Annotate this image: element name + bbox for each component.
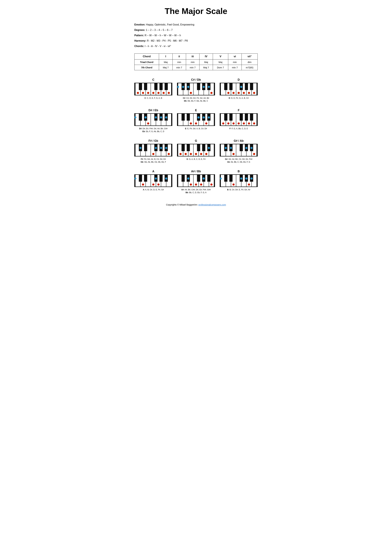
svg-point-32 [210, 92, 213, 94]
svg-rect-10 [159, 83, 163, 90]
svg-rect-196 [207, 175, 211, 182]
svg-point-125 [168, 153, 170, 155]
pattern-label: Pattern: [134, 34, 144, 37]
svg-point-126 [139, 147, 142, 149]
svg-rect-140 [202, 144, 205, 151]
svg-point-72 [160, 117, 162, 118]
svg-point-73 [165, 117, 167, 118]
piano-title: C [152, 78, 154, 81]
svg-point-124 [152, 153, 154, 155]
svg-rect-192 [182, 175, 185, 182]
svg-point-148 [208, 147, 210, 149]
svg-point-91 [203, 117, 205, 118]
svg-point-12 [137, 92, 139, 94]
svg-rect-158 [240, 144, 243, 151]
svg-point-217 [240, 177, 242, 180]
piano-title: D# / Eb [149, 109, 158, 112]
svg-rect-28 [197, 83, 200, 90]
svg-point-34 [187, 86, 189, 88]
copyright-link[interactable]: professionalcomposers.com [198, 204, 226, 206]
svg-point-143 [185, 153, 187, 155]
emotion-label: Emotion: [134, 23, 145, 26]
svg-point-71 [155, 117, 157, 118]
svg-rect-46 [229, 83, 233, 90]
svg-point-163 [225, 147, 227, 149]
svg-point-90 [198, 117, 200, 118]
piano-title: F [238, 109, 240, 112]
svg-rect-49 [250, 83, 253, 90]
svg-point-52 [238, 92, 240, 94]
copyright: Copyrights © Mikael Baggström: professio… [134, 204, 258, 206]
svg-point-129 [165, 147, 167, 149]
svg-point-218 [245, 177, 247, 180]
piano-cell: AA: A, B, C#, D, E, F#, G# [134, 170, 172, 194]
svg-rect-211 [229, 175, 233, 182]
piano-title: F# / Gb [149, 139, 158, 143]
piano-cell: EE: E, F#, G#, A, B, C#, D# [177, 109, 215, 133]
svg-rect-11 [165, 83, 168, 90]
svg-rect-7 [139, 83, 142, 90]
svg-point-109 [243, 123, 245, 124]
chords-label: Chords: [134, 45, 144, 47]
piano-cell: BB: B, C#, D#, E, F#, G#, A# [220, 170, 258, 194]
piano-title: A# / Bb [191, 170, 201, 173]
piano-notes-label: G#: G#, A#, B#, C#, D#, E#, F##Ab: Ab, B… [225, 158, 252, 163]
svg-point-127 [155, 147, 157, 149]
piano-notes-label: C#: C#, D#, E#, F#, G#, A#, B#Db: Db, Eb… [183, 97, 209, 102]
svg-point-183 [165, 177, 167, 180]
piano-cell: A# / BbA#: A#, B#, C##, D#, E#, F##, G##… [177, 170, 215, 194]
svg-point-164 [230, 147, 232, 149]
svg-point-18 [168, 92, 170, 94]
svg-point-70 [144, 117, 147, 118]
svg-rect-104 [250, 114, 253, 121]
piano-cell: G# / AbG#: G#, A#, B#, C#, D#, E#, F##Ab… [220, 139, 258, 163]
piano-cell: D# / EbD#: D#, E#, F##, G#, A#, B#, C##E… [134, 109, 172, 133]
svg-rect-120 [144, 144, 147, 151]
svg-rect-177 [159, 175, 163, 182]
svg-point-199 [200, 183, 202, 186]
svg-rect-64 [139, 114, 142, 121]
svg-point-182 [155, 177, 157, 180]
piano-notes-label: A: A, B, C#, D, E, F#, G# [143, 188, 164, 191]
svg-point-31 [190, 92, 192, 94]
piano-title: G [195, 139, 197, 143]
svg-point-110 [248, 123, 250, 124]
svg-point-88 [195, 123, 197, 124]
svg-point-89 [205, 123, 207, 124]
svg-point-165 [245, 147, 247, 149]
svg-point-56 [240, 86, 242, 88]
svg-rect-8 [144, 83, 147, 90]
harmony-value: R - M2 - M3 - P4 - P5 - M6 - M7 - P8 [147, 39, 188, 42]
svg-point-146 [200, 153, 202, 155]
piano-notes-label: F#: F#, G#, A#, B, C#, D#, E#Gb: Gb, Ab,… [141, 158, 166, 163]
piano-cell: C# / DbC#: C#, D#, E#, F#, G#, A#, B#Db:… [177, 78, 215, 102]
svg-point-111 [253, 123, 255, 124]
svg-rect-48 [245, 83, 248, 90]
svg-rect-174 [139, 175, 142, 182]
svg-point-35 [203, 86, 205, 88]
svg-point-202 [203, 177, 205, 180]
piano-notes-label: G: G, A, B, C, D, E, F# [186, 158, 206, 161]
svg-point-219 [250, 177, 253, 180]
svg-point-53 [243, 92, 245, 94]
degrees-value: 1 – 2 – 3 – 4 – 5 – 6 – 7 [146, 29, 173, 31]
piano-cell: F# / GbF#: F#, G#, A#, B, C#, D#, E#Gb: … [134, 139, 172, 163]
svg-rect-175 [144, 175, 147, 182]
svg-point-69 [147, 123, 149, 124]
svg-rect-82 [182, 114, 185, 121]
svg-point-142 [179, 153, 182, 155]
svg-point-161 [233, 153, 235, 155]
svg-point-180 [152, 183, 154, 186]
piano-notes-label: B: B, C#, D#, E, F#, G#, A# [227, 188, 250, 191]
piano-notes-label: C: C, D, E, F, G, A, B [144, 97, 162, 100]
svg-point-162 [253, 153, 255, 155]
piano-title: D [238, 78, 240, 81]
piano-title: G# / Ab [234, 139, 243, 143]
svg-rect-137 [182, 144, 185, 151]
svg-point-16 [157, 92, 159, 94]
piano-cell: CC: C, D, E, F, G, A, B [134, 78, 172, 102]
piano-title: E [195, 109, 197, 112]
svg-point-198 [195, 183, 197, 186]
svg-point-197 [190, 183, 192, 186]
svg-point-215 [233, 183, 235, 186]
